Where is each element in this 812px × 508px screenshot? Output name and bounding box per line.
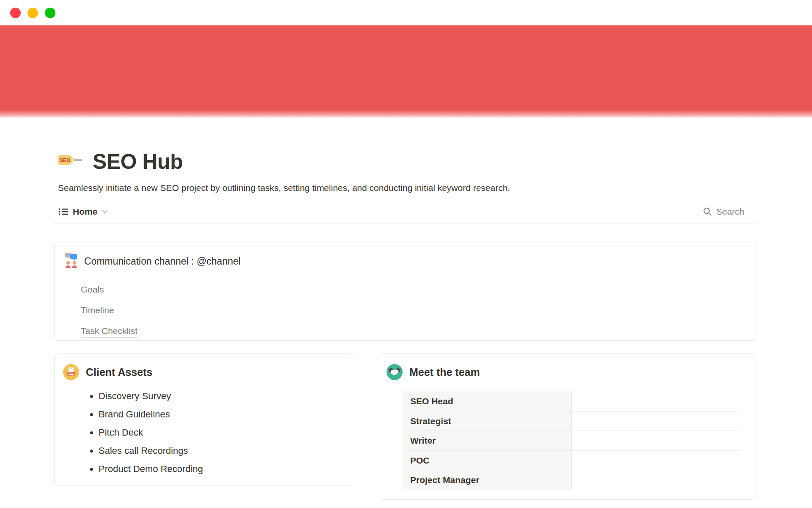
zoom-window-icon[interactable]	[45, 8, 55, 18]
page-cover-banner	[0, 25, 812, 119]
communication-icon	[65, 252, 78, 268]
callout-header: Communication channel : @channel	[65, 253, 746, 268]
callout-links: GoalsTimelineTask Checklist	[81, 284, 746, 338]
team-person-cell[interactable]	[572, 451, 741, 470]
seo-tag-icon: SEO	[58, 152, 82, 171]
minimize-window-icon[interactable]	[27, 8, 38, 18]
team-table-row: Writer	[403, 431, 740, 450]
team-table-row: Strategist	[403, 411, 740, 431]
meet-the-team-card: Meet the team SEO Head Strategist Writer…	[378, 353, 757, 500]
team-header: Meet the team	[387, 364, 748, 380]
team-table-row: POC	[403, 450, 740, 470]
handshake-icon	[387, 364, 403, 380]
cards-row: Client Assets Discovery SurveyBrand Guid…	[54, 353, 757, 500]
team-person-cell[interactable]	[572, 391, 741, 411]
page-link[interactable]: Timeline	[81, 305, 114, 317]
search-icon	[703, 207, 712, 216]
team-table-row: Project Manager	[403, 470, 740, 490]
close-window-icon[interactable]	[10, 8, 21, 18]
client-asset-item: Brand Guidelines	[99, 405, 344, 423]
page-header: SEO SEO Hub	[58, 149, 757, 174]
team-person-cell[interactable]	[572, 470, 741, 490]
typewriter-icon	[63, 364, 79, 380]
page-link[interactable]: Goals	[81, 284, 104, 296]
team-role-cell[interactable]: Strategist	[403, 411, 572, 431]
page-description: Seamlessly initiate a new SEO project by…	[58, 182, 757, 194]
tab-home[interactable]: Home	[58, 207, 108, 217]
page-content: SEO SEO Hub Seamlessly initiate a new SE…	[0, 149, 812, 500]
client-assets-title: Client Assets	[86, 366, 152, 378]
team-role-cell[interactable]: Writer	[403, 431, 572, 450]
client-assets-header: Client Assets	[63, 364, 344, 380]
communication-callout: Communication channel : @channel GoalsTi…	[54, 243, 757, 341]
client-assets-card: Client Assets Discovery SurveyBrand Guid…	[54, 353, 353, 486]
client-asset-item: Discovery Survey	[99, 387, 344, 405]
search-label: Search	[716, 207, 744, 217]
client-asset-item: Sales call Recordings	[99, 442, 344, 460]
callout-text: Communication channel : @channel	[84, 253, 241, 267]
client-asset-item: Product Demo Recording	[99, 460, 344, 478]
svg-text:SEO: SEO	[60, 157, 70, 163]
client-asset-item: Pitch Deck	[99, 423, 344, 442]
team-role-cell[interactable]: Project Manager	[403, 470, 572, 490]
page-link[interactable]: Task Checklist	[81, 326, 137, 338]
window-titlebar	[0, 0, 812, 25]
team-role-cell[interactable]: SEO Head	[403, 391, 572, 411]
team-table-row: SEO Head	[403, 391, 740, 411]
chevron-down-icon	[102, 210, 108, 214]
team-role-cell[interactable]: POC	[403, 451, 572, 470]
bulleted-list-icon	[58, 207, 69, 217]
search-button[interactable]: Search	[703, 207, 744, 217]
page-title: SEO Hub	[93, 149, 183, 174]
team-title: Meet the team	[409, 366, 480, 378]
tab-home-label: Home	[73, 207, 97, 217]
team-person-cell[interactable]	[572, 411, 741, 431]
client-assets-list: Discovery SurveyBrand GuidelinesPitch De…	[63, 387, 344, 478]
team-person-cell[interactable]	[572, 431, 741, 450]
team-table: SEO Head Strategist Writer POC Project M…	[403, 391, 740, 490]
nav-row: Home Search	[54, 207, 757, 224]
